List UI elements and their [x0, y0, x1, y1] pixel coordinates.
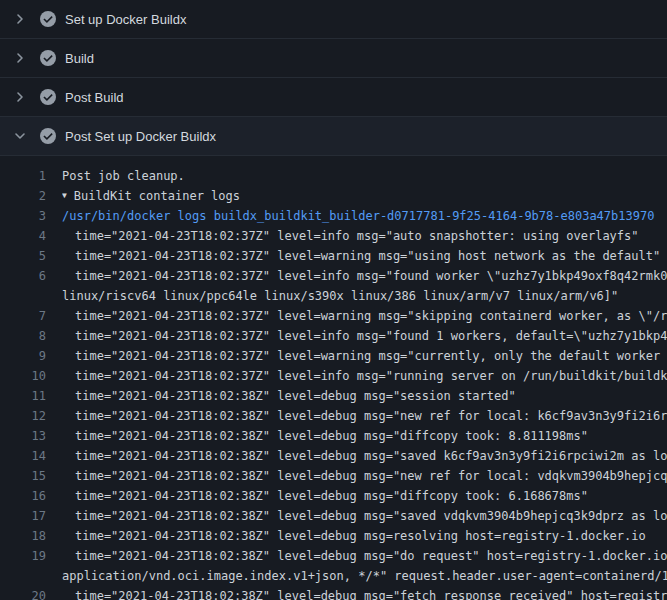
log-line: 1 Post job cleanup.: [0, 166, 667, 186]
log-line-text: time="2021-04-23T18:02:38Z" level=debug …: [62, 486, 667, 506]
chevron-icon[interactable]: [12, 128, 28, 144]
log-line-text: time="2021-04-23T18:02:38Z" level=debug …: [62, 406, 667, 426]
log-line-number[interactable]: 12: [0, 406, 46, 426]
log-line-text: linux/riscv64 linux/ppc64le linux/s390x …: [62, 286, 667, 306]
log-line: 6 time="2021-04-23T18:02:37Z" level=info…: [0, 266, 667, 286]
log-line: 7 time="2021-04-23T18:02:37Z" level=warn…: [0, 306, 667, 326]
log-line-number[interactable]: 11: [0, 386, 46, 406]
step-label: Post Build: [65, 90, 124, 105]
log-line: 14 time="2021-04-23T18:02:38Z" level=deb…: [0, 446, 667, 466]
log-line-text: time="2021-04-23T18:02:38Z" level=debug …: [62, 386, 667, 406]
step-header[interactable]: Post Set up Docker Buildx: [0, 117, 667, 156]
log-line-text: /usr/bin/docker logs buildx_buildkit_bui…: [62, 206, 667, 226]
log-line: 4 time="2021-04-23T18:02:37Z" level=info…: [0, 226, 667, 246]
log-line: 16 time="2021-04-23T18:02:38Z" level=deb…: [0, 486, 667, 506]
log-line-number[interactable]: [0, 286, 46, 306]
step-header[interactable]: Set up Docker Buildx: [0, 0, 667, 39]
log-line: 9 time="2021-04-23T18:02:37Z" level=warn…: [0, 346, 667, 366]
log-line-text: time="2021-04-23T18:02:38Z" level=debug …: [62, 426, 667, 446]
actions-log-viewer: Set up Docker Buildx Build Post Buil: [0, 0, 667, 600]
log-group-label: BuildKit container logs: [74, 189, 240, 203]
log-line-number[interactable]: 6: [0, 266, 46, 286]
log-line-number[interactable]: 5: [0, 246, 46, 266]
log-line: 2 ▼BuildKit container logs: [0, 186, 667, 206]
log-line-number[interactable]: 3: [0, 206, 46, 226]
log-line-number[interactable]: 18: [0, 526, 46, 546]
log-line-text: time="2021-04-23T18:02:37Z" level=info m…: [62, 226, 667, 246]
log-line-number[interactable]: 15: [0, 466, 46, 486]
log-line-number[interactable]: 8: [0, 326, 46, 346]
log-line-number[interactable]: 10: [0, 366, 46, 386]
log-line-text: time="2021-04-23T18:02:38Z" level=debug …: [62, 586, 667, 600]
log-line-number[interactable]: 19: [0, 546, 46, 566]
log-line-text: time="2021-04-23T18:02:37Z" level=warnin…: [62, 246, 667, 266]
log-line: 11 time="2021-04-23T18:02:38Z" level=deb…: [0, 386, 667, 406]
log-line: 8 time="2021-04-23T18:02:37Z" level=info…: [0, 326, 667, 346]
log-line: 20 time="2021-04-23T18:02:38Z" level=deb…: [0, 586, 667, 600]
log-line-text: time="2021-04-23T18:02:37Z" level=info m…: [62, 326, 667, 346]
log-line-text: time="2021-04-23T18:02:38Z" level=debug …: [62, 506, 667, 526]
log-line-number[interactable]: [0, 566, 46, 586]
log-line: linux/riscv64 linux/ppc64le linux/s390x …: [0, 286, 667, 306]
steps-list: Set up Docker Buildx Build Post Buil: [0, 0, 667, 156]
log-line-number[interactable]: 20: [0, 586, 46, 600]
check-circle-icon: [40, 50, 56, 66]
log-line-text: application/vnd.oci.image.index.v1+json,…: [62, 566, 667, 586]
step-label: Build: [65, 51, 94, 66]
log-line-number[interactable]: 17: [0, 506, 46, 526]
log-line: 3 /usr/bin/docker logs buildx_buildkit_b…: [0, 206, 667, 226]
check-circle-icon: [40, 11, 56, 27]
chevron-icon[interactable]: [12, 89, 28, 105]
log-group-toggle-icon[interactable]: ▼: [62, 186, 67, 206]
log-line: application/vnd.oci.image.index.v1+json,…: [0, 566, 667, 586]
log-line-text: time="2021-04-23T18:02:37Z" level=warnin…: [62, 346, 667, 366]
log-line: 18 time="2021-04-23T18:02:38Z" level=deb…: [0, 526, 667, 546]
log-line: 5 time="2021-04-23T18:02:37Z" level=warn…: [0, 246, 667, 266]
log-line-number[interactable]: 9: [0, 346, 46, 366]
log-line: 13 time="2021-04-23T18:02:38Z" level=deb…: [0, 426, 667, 446]
log-line-number[interactable]: 2: [0, 186, 46, 206]
log-container: 1 Post job cleanup. 2 ▼BuildKit containe…: [0, 156, 667, 600]
log-line-number[interactable]: 7: [0, 306, 46, 326]
log-line: 12 time="2021-04-23T18:02:38Z" level=deb…: [0, 406, 667, 426]
check-circle-icon: [40, 128, 56, 144]
log-line-text: time="2021-04-23T18:02:37Z" level=warnin…: [62, 306, 667, 326]
log-line-number[interactable]: 14: [0, 446, 46, 466]
step-label: Post Set up Docker Buildx: [65, 129, 216, 144]
log-line-text: time="2021-04-23T18:02:37Z" level=info m…: [62, 366, 667, 386]
log-line: 19 time="2021-04-23T18:02:38Z" level=deb…: [0, 546, 667, 566]
check-circle-icon: [40, 89, 56, 105]
chevron-icon[interactable]: [12, 50, 28, 66]
log-line: 10 time="2021-04-23T18:02:37Z" level=inf…: [0, 366, 667, 386]
log-line-text: time="2021-04-23T18:02:38Z" level=debug …: [62, 446, 667, 466]
log-line-text: Post job cleanup.: [62, 166, 667, 186]
log-line-text: time="2021-04-23T18:02:38Z" level=debug …: [62, 546, 667, 566]
log-line-text: ▼BuildKit container logs: [62, 186, 667, 206]
log-line-number[interactable]: 16: [0, 486, 46, 506]
step-header[interactable]: Post Build: [0, 78, 667, 117]
log-line: 15 time="2021-04-23T18:02:38Z" level=deb…: [0, 466, 667, 486]
chevron-icon[interactable]: [12, 11, 28, 27]
log-line-text: time="2021-04-23T18:02:37Z" level=info m…: [62, 266, 667, 286]
log-line-number[interactable]: 4: [0, 226, 46, 246]
log-line-number[interactable]: 1: [0, 166, 46, 186]
step-label: Set up Docker Buildx: [65, 12, 186, 27]
log-line: 17 time="2021-04-23T18:02:38Z" level=deb…: [0, 506, 667, 526]
log-line-text: time="2021-04-23T18:02:38Z" level=debug …: [62, 526, 667, 546]
log-line-text: time="2021-04-23T18:02:38Z" level=debug …: [62, 466, 667, 486]
step-header[interactable]: Build: [0, 39, 667, 78]
log-line-number[interactable]: 13: [0, 426, 46, 446]
